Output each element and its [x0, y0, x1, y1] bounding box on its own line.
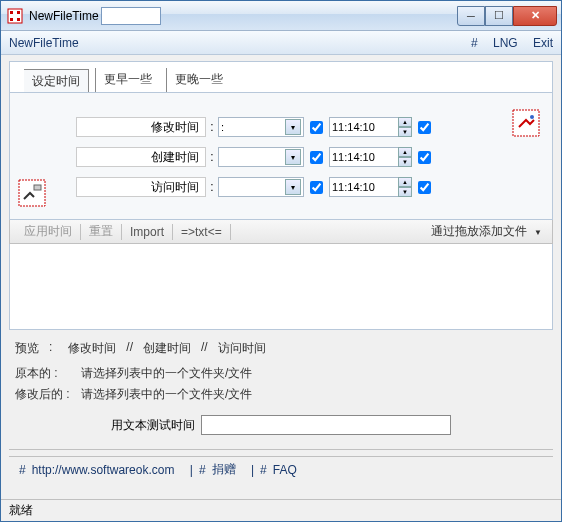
row-create: 创建时间 : ▾ 11:14:10 ▲▼ — [76, 147, 540, 167]
import-button[interactable]: Import — [122, 225, 172, 239]
preview-access: 访问时间 — [218, 340, 266, 357]
file-list[interactable] — [9, 244, 553, 330]
window-controls: ─ ☐ ✕ — [457, 6, 557, 26]
test-input[interactable] — [201, 415, 451, 435]
minimize-button[interactable]: ─ — [457, 6, 485, 26]
menu-hash[interactable]: # — [471, 36, 478, 50]
modify-date-value: : — [221, 121, 285, 133]
info-section: 预览 : 修改时间 // 创建时间 // 访问时间 原本的 : 请选择列表中的一… — [9, 330, 553, 443]
settings-icon[interactable] — [512, 109, 540, 137]
create-date-field[interactable]: ▾ — [218, 147, 304, 167]
txt-button[interactable]: =>txt<= — [173, 225, 230, 239]
access-time-check[interactable] — [418, 181, 431, 194]
modify-date-check[interactable] — [310, 121, 323, 134]
action-icon[interactable] — [18, 179, 46, 207]
preview-modify: 修改时间 — [68, 340, 116, 357]
create-label: 创建时间 — [76, 147, 206, 167]
hash: # — [260, 463, 267, 477]
calendar-icon[interactable]: ▾ — [285, 119, 301, 135]
sep: | — [251, 463, 254, 477]
preview-row: 预览 : 修改时间 // 创建时间 // 访问时间 — [15, 340, 547, 357]
access-time-spinner[interactable]: ▲▼ — [398, 177, 412, 197]
menu-lng[interactable]: LNG — [493, 36, 518, 50]
window-title: NewFileTime — [29, 9, 99, 23]
drop-hint-label: 通过拖放添加文件 — [431, 224, 527, 238]
hash: # — [19, 463, 26, 477]
svg-point-6 — [530, 115, 534, 119]
preview-label: 预览 — [15, 340, 39, 357]
access-date-check[interactable] — [310, 181, 323, 194]
app-icon — [7, 8, 23, 24]
content-area: 设定时间 更早一些 更晚一些 修改时间 : : ▾ — [1, 55, 561, 499]
titlebar[interactable]: NewFileTime ─ ☐ ✕ — [1, 1, 561, 31]
after-label: 修改后的 — [15, 387, 63, 401]
status-text: 就绪 — [9, 502, 33, 519]
divider — [9, 449, 553, 450]
colon: : — [206, 150, 218, 164]
svg-rect-4 — [17, 18, 20, 21]
sep: // — [126, 340, 133, 357]
calendar-icon[interactable]: ▾ — [285, 179, 301, 195]
statusbar: 就绪 — [1, 499, 561, 521]
list-toolbar: 应用时间 重置 Import =>txt<= 通过拖放添加文件 ▼ — [9, 220, 553, 244]
menu-app[interactable]: NewFileTime — [9, 36, 459, 50]
create-date-check[interactable] — [310, 151, 323, 164]
row-modify: 修改时间 : : ▾ 11:14:10 ▲▼ — [76, 117, 540, 137]
tab-body: 修改时间 : : ▾ 11:14:10 ▲▼ 创建时间 : — [10, 92, 552, 219]
apply-button[interactable]: 应用时间 — [16, 223, 80, 240]
create-time-spinner[interactable]: ▲▼ — [398, 147, 412, 167]
sep: | — [190, 463, 193, 477]
modify-time-value: 11:14:10 — [332, 121, 396, 133]
original-text: 请选择列表中的一个文件夹/文件 — [81, 365, 252, 382]
tab-panel: 设定时间 更早一些 更晚一些 修改时间 : : ▾ — [9, 61, 553, 220]
modify-label: 修改时间 — [76, 117, 206, 137]
hash: # — [199, 463, 206, 477]
test-row: 用文本测试时间 — [15, 415, 547, 435]
create-time-check[interactable] — [418, 151, 431, 164]
menubar: NewFileTime # LNG Exit — [1, 31, 561, 55]
colon: : — [206, 120, 218, 134]
modify-time-spinner[interactable]: ▲▼ — [398, 117, 412, 137]
access-label: 访问时间 — [76, 177, 206, 197]
sep: // — [201, 340, 208, 357]
tab-strip: 设定时间 更早一些 更晚一些 — [10, 62, 552, 92]
svg-rect-3 — [10, 18, 13, 21]
footer-url[interactable]: http://www.softwareok.com — [32, 463, 175, 477]
app-window: NewFileTime ─ ☐ ✕ NewFileTime # LNG Exit… — [0, 0, 562, 522]
chevron-down-icon: ▼ — [534, 228, 542, 237]
title-input[interactable] — [101, 7, 161, 25]
create-time-field[interactable]: 11:14:10 — [329, 147, 399, 167]
after-row: 修改后的 : 请选择列表中的一个文件夹/文件 — [15, 386, 547, 403]
svg-rect-5 — [513, 110, 539, 136]
drop-hint[interactable]: 通过拖放添加文件 ▼ — [431, 223, 546, 240]
maximize-button[interactable]: ☐ — [485, 6, 513, 26]
menu-exit[interactable]: Exit — [533, 36, 553, 50]
tab-set-time[interactable]: 设定时间 — [24, 69, 89, 93]
modify-time-field[interactable]: 11:14:10 — [329, 117, 399, 137]
tab-earlier[interactable]: 更早一些 — [95, 68, 160, 92]
preview-create: 创建时间 — [143, 340, 191, 357]
create-time-value: 11:14:10 — [332, 151, 396, 163]
access-time-field[interactable]: 11:14:10 — [329, 177, 399, 197]
reset-button[interactable]: 重置 — [81, 223, 121, 240]
footer-donate[interactable]: 捐赠 — [212, 461, 236, 478]
colon: : — [206, 180, 218, 194]
modify-time-check[interactable] — [418, 121, 431, 134]
access-time-value: 11:14:10 — [332, 181, 396, 193]
calendar-icon[interactable]: ▾ — [285, 149, 301, 165]
svg-rect-7 — [19, 180, 45, 206]
close-button[interactable]: ✕ — [513, 6, 557, 26]
footer-links: # http://www.softwareok.com | # 捐赠 | # F… — [9, 456, 553, 482]
original-label: 原本的 — [15, 366, 51, 380]
after-text: 请选择列表中的一个文件夹/文件 — [81, 386, 252, 403]
footer-faq[interactable]: FAQ — [273, 463, 297, 477]
svg-rect-1 — [10, 11, 13, 14]
modify-date-field[interactable]: : ▾ — [218, 117, 304, 137]
svg-rect-2 — [17, 11, 20, 14]
svg-rect-8 — [34, 185, 41, 190]
test-label: 用文本测试时间 — [111, 417, 195, 434]
access-date-field[interactable]: ▾ — [218, 177, 304, 197]
original-row: 原本的 : 请选择列表中的一个文件夹/文件 — [15, 365, 547, 382]
row-access: 访问时间 : ▾ 11:14:10 ▲▼ — [76, 177, 540, 197]
tab-later[interactable]: 更晚一些 — [166, 68, 231, 92]
